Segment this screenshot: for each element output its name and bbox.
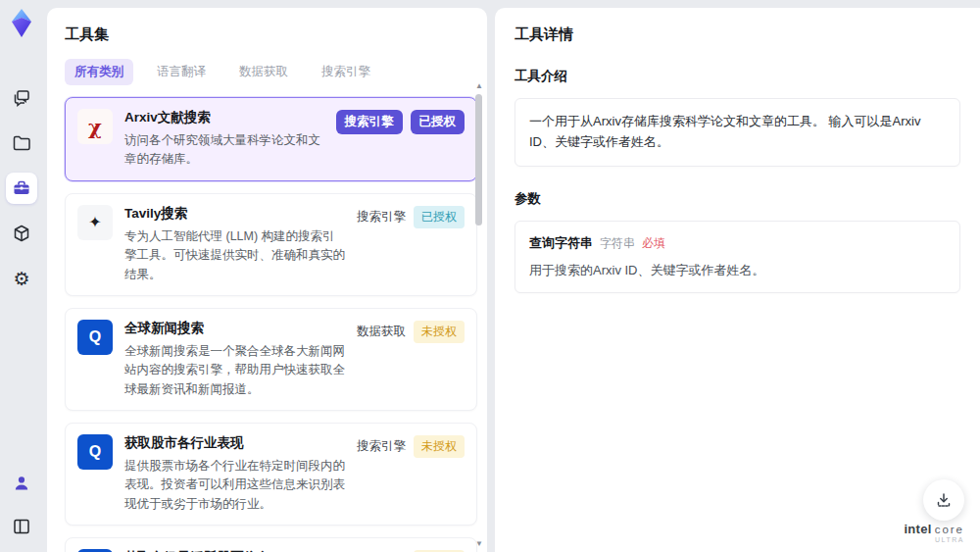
sidebar-item-collapse[interactable] <box>6 511 37 542</box>
user-icon <box>12 474 31 493</box>
tab-all-categories[interactable]: 所有类别 <box>65 59 133 85</box>
scroll-up-icon[interactable]: ▲ <box>474 82 484 90</box>
tool-name: 获取股市各行业表现 <box>124 434 347 452</box>
detail-title: 工具详情 <box>514 25 960 44</box>
tool-list-item[interactable]: Q 全球新闻搜索 全球新闻搜索是一个聚合全球各大新闻网站内容的搜索引擎，帮助用户… <box>65 308 477 411</box>
tool-auth-badge: 已授权 <box>411 110 466 134</box>
tool-auth-badge: 已授权 <box>414 206 465 228</box>
intel-core-logo: intelcore ultra <box>904 520 964 544</box>
app-logo-icon[interactable] <box>7 8 36 39</box>
download-button[interactable] <box>923 479 964 521</box>
sidebar-item-settings[interactable]: ⚙ <box>6 263 37 294</box>
tool-detail-panel: 工具详情 工具介绍 一个用于从Arxiv存储库搜索科学论文和文章的工具。 输入可… <box>495 8 980 552</box>
tool-description: 访问各个研究领域大量科学论文和文章的存储库。 <box>124 131 326 170</box>
download-icon <box>935 491 953 509</box>
param-name: 查询字符串 <box>529 234 593 252</box>
sidebar-item-packages[interactable] <box>6 218 37 249</box>
sidebar-item-tools[interactable] <box>6 173 37 204</box>
arxiv-logo-icon: χ <box>77 109 113 144</box>
param-description: 用于搜索的Arxiv ID、关键字或作者姓名。 <box>529 261 946 280</box>
panel-toggle-icon <box>12 517 31 536</box>
news-app-icon: Q <box>77 320 113 355</box>
tool-auth-badge: 未授权 <box>414 321 465 343</box>
tool-list: χ Arxiv文献搜索 访问各个研究领域大量科学论文和文章的存储库。 搜索引擎 … <box>65 97 477 552</box>
toolset-panel: 工具集 所有类别 语言翻译 数据获取 搜索引擎 χ Arxiv文献搜索 访问各个… <box>47 8 487 552</box>
folder-icon <box>12 133 31 153</box>
stocks-app-icon: Q <box>77 434 113 470</box>
package-icon <box>12 224 31 243</box>
tavily-sparkle-icon: ✦ <box>77 205 113 240</box>
tool-name: Arxiv文献搜索 <box>124 109 326 126</box>
tool-description: 专为人工智能代理 (LLM) 构建的搜索引擎工具。可快速提供实时、准确和真实的结… <box>124 227 347 284</box>
sidebar-item-account[interactable] <box>6 468 37 499</box>
tool-name: Tavily搜索 <box>124 205 347 223</box>
tab-search-engine[interactable]: 搜索引擎 <box>312 59 380 85</box>
tab-data-acquisition[interactable]: 数据获取 <box>229 59 298 85</box>
intro-text: 一个用于从Arxiv存储库搜索科学论文和文章的工具。 输入可以是Arxiv ID… <box>529 112 946 153</box>
param-required-flag: 必填 <box>642 235 665 252</box>
sidebar-item-chat[interactable] <box>6 82 37 114</box>
gear-icon: ⚙ <box>13 270 29 288</box>
param-box: 查询字符串 字符串 必填 用于搜索的Arxiv ID、关键字或作者姓名。 <box>514 221 960 294</box>
list-scrollbar[interactable]: ▲ ▼ <box>474 82 484 548</box>
params-heading: 参数 <box>514 190 960 208</box>
param-type: 字符串 <box>600 235 635 252</box>
tab-language-translation[interactable]: 语言翻译 <box>147 59 216 85</box>
chat-icon <box>12 88 31 108</box>
toolset-title: 工具集 <box>65 25 475 44</box>
tool-description: 全球新闻搜索是一个聚合全球各大新闻网站内容的搜索引擎，帮助用户快速获取全球最新资… <box>124 342 347 399</box>
tool-name: 全球新闻搜索 <box>124 320 347 337</box>
toolbox-icon <box>12 178 31 198</box>
tool-list-item[interactable]: ✦ Tavily搜索 专为人工智能代理 (LLM) 构建的搜索引擎工具。可快速提… <box>65 193 477 296</box>
tool-category-badge: 数据获取 <box>357 324 406 340</box>
tool-list-item[interactable]: Q 获取股市各行业表现 提供股票市场各个行业在特定时间段内的表现。投资者可以利用… <box>65 423 477 526</box>
tool-category-badge: 搜索引擎 <box>357 438 406 455</box>
tool-auth-badge: 未授权 <box>414 435 465 458</box>
tool-category-badge: 搜索引擎 <box>357 209 406 226</box>
category-tabs: 所有类别 语言翻译 数据获取 搜索引擎 <box>65 59 475 85</box>
tool-list-item[interactable]: χ Arxiv文献搜索 访问各个研究领域大量科学论文和文章的存储库。 搜索引擎 … <box>65 97 477 181</box>
scroll-down-icon[interactable]: ▼ <box>474 540 484 548</box>
sidebar-item-files[interactable] <box>6 127 37 159</box>
left-rail: ⚙ <box>0 0 43 552</box>
scrollbar-thumb[interactable] <box>475 94 482 226</box>
intro-box: 一个用于从Arxiv存储库搜索科学论文和文章的工具。 输入可以是Arxiv ID… <box>514 98 960 167</box>
tool-category-badge: 搜索引擎 <box>336 110 403 134</box>
tool-list-item[interactable]: Q 获取市场最活跃股票信息 提供当天交易量最高的股票列表，投资者可以利用这些信息… <box>65 537 477 552</box>
intro-heading: 工具介绍 <box>514 68 960 85</box>
tool-description: 提供股票市场各个行业在特定时间段内的表现。投资者可以利用这些信息来识别表现优于或… <box>124 457 347 514</box>
